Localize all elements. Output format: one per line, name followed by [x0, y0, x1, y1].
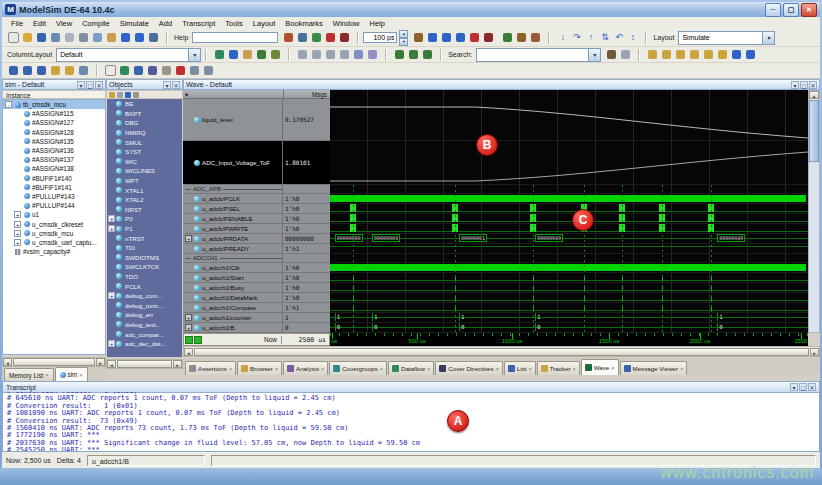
expand-icon[interactable]: + [14, 211, 21, 218]
sim-tree-item-u-cmsdk-mcu[interactable]: +u_cmsdk_mcu [3, 229, 105, 238]
sim-tree-item-u1[interactable]: +u1 [3, 210, 105, 219]
wave-signal-u-adcch1-datamark[interactable]: u_adcch1/DataMark [183, 293, 282, 303]
close-icon[interactable]: ✕ [808, 383, 816, 391]
objects-item-adc-compar[interactable]: adc_compar... [107, 329, 182, 339]
dock-icon[interactable]: ▾ [791, 81, 799, 89]
objects-more-icon[interactable] [133, 92, 139, 98]
objects-item-swclktck[interactable]: SWCLKTCK [107, 262, 182, 272]
chevron-down-icon[interactable]: ▾ [762, 32, 774, 44]
dock-icon[interactable]: ▾ [163, 81, 171, 89]
scroll-left-icon[interactable]: ◂ [107, 360, 116, 368]
next-transition-icon[interactable] [660, 48, 673, 61]
wave-signal-adc-input-voltage-tof[interactable]: ADC_Input_Voltage_ToF [183, 141, 282, 185]
maximize-button[interactable]: ▢ [783, 3, 799, 17]
help-search-input[interactable] [192, 32, 278, 43]
zoom-range-icon[interactable] [63, 64, 76, 77]
save-icon[interactable] [35, 31, 48, 44]
sim-tree-item-assign-135[interactable]: #ASSIGN#135 [3, 137, 105, 146]
break-run-icon[interactable] [468, 31, 481, 44]
wave-signal-u-adcch1-clk[interactable]: u_adcch1/Clk [183, 263, 282, 273]
objects-item-bkpt[interactable]: BKPT [107, 109, 182, 119]
collapse-icon[interactable]: - [5, 101, 12, 108]
ruler-icon[interactable] [366, 48, 379, 61]
sim-tree-item-pullup-143[interactable]: #PULLUP#143 [3, 192, 105, 201]
scroll-right-icon[interactable]: ▸ [96, 358, 105, 366]
wave-signal-liquid-level[interactable]: liquid_level [183, 99, 282, 141]
search-find-icon[interactable] [605, 48, 618, 61]
objects-item-syst[interactable]: SYST [107, 147, 182, 157]
expand-icon[interactable]: + [14, 230, 21, 237]
prev-falling-icon[interactable] [702, 48, 715, 61]
tab-assertions[interactable]: Assertions× [185, 361, 236, 375]
tab-covergroups[interactable]: Covergroups× [329, 361, 387, 375]
close-icon[interactable]: ✕ [809, 81, 817, 89]
scroll-right-icon[interactable]: ▸ [173, 360, 182, 368]
add-wave-icon[interactable] [213, 48, 226, 61]
step-back-icon[interactable]: ↶ [612, 31, 625, 44]
delete-cursor-icon[interactable] [241, 48, 254, 61]
sim-tree-item-assign-115[interactable]: #ASSIGN#115 [3, 109, 105, 118]
run-icon[interactable] [426, 31, 439, 44]
sim-tree-item-vsim-capacity[interactable]: #vsim_capacity# [3, 247, 105, 256]
wave-panel-header[interactable]: Wave - Default ▾ ◻ ✕ [183, 79, 820, 90]
run-length-stepper[interactable]: ▴▾ [399, 30, 408, 46]
objects-item-pclk[interactable]: PCLK [107, 281, 182, 291]
objects-item-smul[interactable]: SMUL [107, 137, 182, 147]
last-page-icon[interactable] [744, 48, 757, 61]
cut-icon[interactable] [77, 31, 90, 44]
objects-item-be[interactable]: BE [107, 99, 182, 109]
expand-right-icon[interactable] [421, 48, 434, 61]
tab-close-icon[interactable]: × [680, 366, 683, 372]
tab-sim[interactable]: sim× [55, 367, 88, 381]
sim-tree-item-assign-136[interactable]: #ASSIGN#136 [3, 146, 105, 155]
transcript-log[interactable]: # Conversion result: 1 (0x01)# 645610 ns… [3, 392, 819, 451]
expand-icon[interactable]: + [108, 340, 115, 347]
select-mode-icon[interactable] [296, 48, 309, 61]
memory-profile-icon[interactable] [515, 31, 528, 44]
menu-bookmarks[interactable]: Bookmarks [280, 19, 328, 28]
tab-close-icon[interactable]: × [79, 372, 82, 378]
zoom-in-icon[interactable] [7, 64, 20, 77]
expand-all-icon[interactable] [185, 336, 193, 344]
expand-icon[interactable]: + [14, 239, 21, 246]
chevron-down-icon[interactable]: ▾ [588, 49, 600, 61]
edit-mode-icon[interactable] [338, 48, 351, 61]
step-over-icon[interactable]: ↷ [570, 31, 583, 44]
objects-item-p0[interactable]: +P0 [107, 214, 182, 224]
sim-tree-item-assign-127[interactable]: #ASSIGN#127 [3, 118, 105, 127]
expand-icon[interactable]: + [108, 225, 115, 232]
expand-icon[interactable]: + [108, 215, 115, 222]
first-page-icon[interactable] [730, 48, 743, 61]
expand-icon[interactable]: + [185, 324, 192, 331]
close-icon[interactable]: ✕ [172, 81, 180, 89]
wave-timeline[interactable]: 0 us500 us1000 us1500 us2000 us2500 [330, 333, 808, 346]
undo-icon[interactable] [119, 31, 132, 44]
minimize-button[interactable]: ─ [765, 3, 781, 17]
waveform-display[interactable]: 0000000000000000000000010000004900000049… [330, 90, 808, 333]
layout-select[interactable]: Simulate ▾ [678, 31, 775, 45]
expand-left-icon[interactable] [393, 48, 406, 61]
float-icon[interactable]: ◻ [799, 383, 807, 391]
tab-close-icon[interactable]: × [229, 366, 232, 372]
tab-message-viewer[interactable]: Message Viewer× [620, 361, 688, 375]
menu-layout[interactable]: Layout [248, 19, 281, 28]
tab-analysis[interactable]: Analysis× [283, 361, 328, 375]
expand-icon[interactable]: + [14, 221, 21, 228]
step-out-icon[interactable]: ↑ [584, 31, 597, 44]
stop-icon[interactable] [482, 31, 495, 44]
objects-item-wic[interactable]: WIC [107, 157, 182, 167]
divider-icon[interactable] [160, 64, 173, 77]
wave-signal-u-adcb-prdata[interactable]: +u_adcb/PRDATA [183, 234, 282, 244]
break-icon[interactable] [324, 31, 337, 44]
tab-close-icon[interactable]: × [275, 366, 278, 372]
leaf-cell-icon[interactable] [104, 64, 117, 77]
scroll-up-icon[interactable]: ▴ [809, 91, 819, 99]
wave-signal-u-adcb-pready[interactable]: u_adcb/PREADY [183, 244, 282, 254]
dock-icon[interactable]: ▾ [790, 383, 798, 391]
step-into-icon[interactable]: ↓ [556, 31, 569, 44]
open-icon[interactable] [21, 31, 34, 44]
dock-icon[interactable]: ▾ [77, 81, 85, 89]
restart-icon[interactable] [412, 31, 425, 44]
search-options-icon[interactable] [619, 48, 632, 61]
scroll-left-icon[interactable]: ◂ [3, 358, 12, 366]
